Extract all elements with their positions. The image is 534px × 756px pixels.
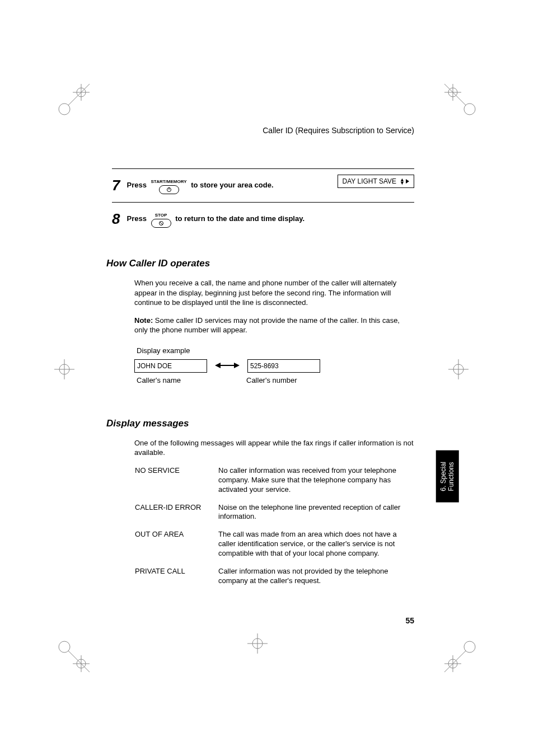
start-memory-button-graphic: START/MEMORY [151,177,187,194]
table-row: NO SERVICE No caller information was rec… [134,466,414,503]
table-row: OUT OF AREA The call was made from an ar… [134,529,414,566]
display-messages-intro: One of the following messages will appea… [134,438,414,458]
up-down-arrow-icon: ▲▼ [400,178,405,185]
caller-id-note: Note: Some caller ID services may not pr… [134,316,414,335]
note-text: Some caller ID services may not provide … [134,316,400,335]
oval-icon [159,185,179,194]
start-memory-label: START/MEMORY [151,179,187,184]
crop-mark-icon [56,84,90,118]
msg-label: PRIVATE CALL [134,566,218,594]
display-example-row: JOHN DOE 525-8693 [134,359,414,373]
display-example-label: Display example [137,346,414,355]
svg-line-35 [444,651,466,672]
msg-desc: Noise on the telephone line prevented re… [218,503,414,530]
example-name-box: JOHN DOE [134,359,207,373]
step7-text: Press START/MEMORY to store your area co… [127,177,273,194]
svg-line-30 [68,651,90,672]
caller-id-description: When you receive a call, the name and ph… [134,278,414,308]
table-row: PRIVATE CALL Caller information was not … [134,566,414,594]
svg-line-11 [68,84,90,105]
step7-post: to store your area code. [191,181,273,189]
msg-label: OUT OF AREA [134,529,218,566]
step-8: 8 Press STOP to return to the date and t… [112,202,414,236]
caption-callers-name: Caller's name [137,376,226,384]
chapter-tab: 6. Special Functions [436,450,459,503]
msg-label: NO SERVICE [134,466,218,503]
step-7: 7 Press START/MEMORY to store your area … [112,168,414,202]
crop-mark-icon [56,638,90,672]
msg-desc: No caller information was received from … [218,466,414,503]
bidirectional-arrow-icon [215,361,240,371]
step-number-8: 8 [112,210,120,228]
display-messages-table: NO SERVICE No caller information was rec… [134,466,414,594]
example-number-box: 525-8693 [247,359,320,373]
page-number: 55 [112,616,414,625]
msg-label: CALLER-ID ERROR [134,503,218,530]
step7-pre: Press [127,181,148,189]
svg-marker-6 [234,363,240,368]
caption-callers-number: Caller's number [246,376,297,384]
crop-mark-icon [53,358,76,381]
step8-post: to return to the date and time display. [175,214,305,223]
crop-mark-icon [444,638,478,672]
lcd-display-step7: DAY LIGHT SAVE ▲▼ [338,175,414,188]
svg-line-16 [444,84,466,105]
heading-how-caller-id-operates: How Caller ID operates [106,258,414,269]
stop-label: STOP [155,213,167,218]
msg-desc: The call was made from an area which doe… [218,529,414,566]
msg-desc: Caller information was not provided by t… [218,566,414,594]
step8-pre: Press [127,214,148,223]
right-triangle-icon [406,179,409,184]
crop-mark-icon [246,632,269,655]
example-captions: Caller's name Caller's number [134,376,414,384]
oval-icon [151,219,171,228]
page-header: Caller ID (Requires Subscription to Serv… [112,126,414,135]
lcd-text: DAY LIGHT SAVE [343,177,396,185]
step8-text: Press STOP to return to the date and tim… [127,210,305,228]
table-row: CALLER-ID ERROR Noise on the telephone l… [134,503,414,530]
note-label: Note: [134,316,153,325]
step-number-7: 7 [112,177,120,194]
crop-mark-icon [447,358,470,381]
heading-display-messages: Display messages [106,418,414,429]
stop-button-graphic: STOP [151,210,171,228]
svg-line-3 [160,222,163,225]
crop-mark-icon [444,84,478,118]
